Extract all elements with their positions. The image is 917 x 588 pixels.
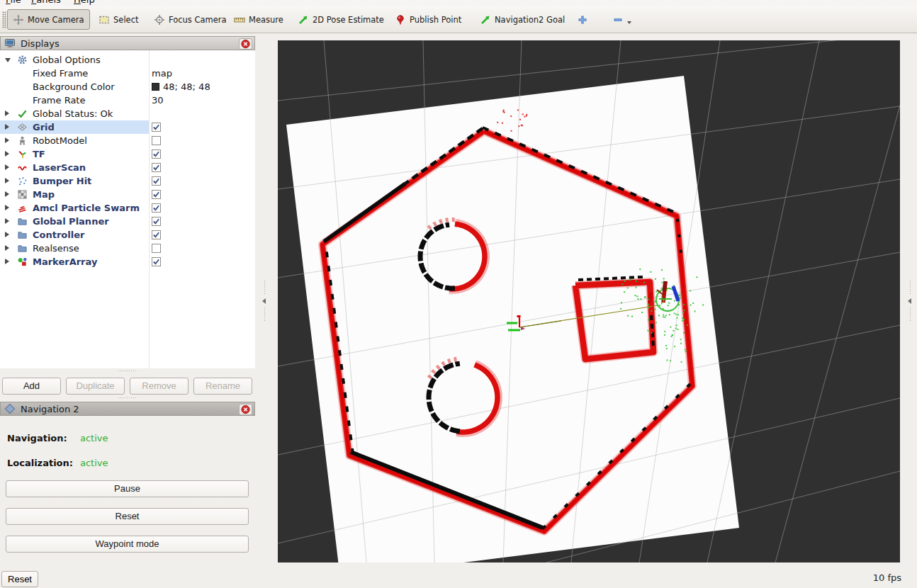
tree-row-tf[interactable]: TF	[0, 147, 255, 161]
localization-status: active	[80, 458, 108, 468]
expander-right-icon[interactable]	[5, 191, 9, 197]
tree-row-realsense[interactable]: Realsense	[0, 242, 255, 255]
particle-dot	[680, 343, 682, 344]
laser-fuzz-dot	[503, 110, 505, 111]
enable-checkbox[interactable]	[152, 149, 161, 159]
particle-dot	[674, 312, 675, 314]
displays-tree: Global OptionsFixed FramemapBackground C…	[0, 50, 255, 368]
tree-row-markerarray[interactable]: MarkerArray	[0, 255, 255, 268]
tool-select[interactable]: Select	[93, 9, 144, 30]
tree-row-robotmodel[interactable]: RobotModel	[0, 134, 255, 147]
reset-button[interactable]: Reset	[1, 571, 38, 587]
expander-right-icon[interactable]	[5, 245, 9, 251]
menu-file[interactable]: File	[6, 0, 21, 5]
tree-row-amcl-particle-swarm[interactable]: Amcl Particle Swarm	[0, 201, 255, 215]
particle-dot	[681, 361, 682, 363]
right-splitter-handle[interactable]	[908, 280, 913, 322]
tool-move-camera[interactable]: Move Camera	[7, 9, 90, 30]
waypoint-mode-button[interactable]: Waypoint mode	[6, 536, 249, 553]
enable-checkbox[interactable]	[152, 217, 161, 226]
particle-dot	[631, 316, 633, 317]
enable-checkbox[interactable]	[152, 163, 161, 172]
amcl-icon	[17, 203, 28, 213]
enable-checkbox[interactable]	[152, 190, 161, 199]
particle-dot	[661, 297, 663, 298]
tree-row-frame-rate[interactable]: Frame Rate30	[0, 94, 255, 107]
tool-focus-camera[interactable]: Focus Camera	[148, 9, 232, 30]
particle-dot	[663, 300, 664, 302]
displays-panel-title[interactable]: Displays	[0, 36, 255, 50]
remove-button[interactable]: Remove	[130, 378, 189, 395]
particle-dot	[673, 285, 675, 286]
expander-right-icon[interactable]	[5, 218, 9, 224]
tool-measure[interactable]: Measure	[228, 9, 289, 30]
tool-2d-pose-estimate[interactable]: 2D Pose Estimate	[292, 9, 390, 30]
displays-icon	[4, 38, 16, 49]
enable-checkbox[interactable]	[152, 203, 161, 213]
enable-checkbox[interactable]	[152, 136, 161, 145]
tool-navigation2-goal[interactable]: Navigation2 Goal	[474, 9, 570, 30]
map-icon	[17, 189, 28, 200]
nav2-close-button[interactable]	[239, 404, 252, 415]
tree-row-global-planner[interactable]: Global Planner	[0, 215, 255, 228]
pause-button[interactable]: Pause	[6, 480, 249, 497]
dropdown-caret[interactable]	[627, 21, 631, 24]
enable-checkbox[interactable]	[152, 176, 161, 186]
expander-right-icon[interactable]	[5, 164, 9, 170]
add-button[interactable]: Add	[2, 378, 61, 395]
particle-dot	[677, 329, 679, 330]
particle-dot	[627, 287, 629, 288]
minus-icon	[612, 14, 624, 26]
duplicate-button[interactable]: Duplicate	[66, 378, 125, 395]
expander-right-icon[interactable]	[5, 232, 9, 237]
expander-right-icon[interactable]	[5, 178, 9, 183]
splitter-dots[interactable]	[118, 397, 136, 400]
tree-row-global-status-ok[interactable]: Global Status: Ok	[0, 107, 255, 120]
tree-row-bumper-hit[interactable]: Bumper Hit	[0, 174, 255, 188]
enable-checkbox[interactable]	[152, 123, 161, 132]
tree-row-map[interactable]: Map	[0, 188, 255, 201]
tree-row-fixed-frame[interactable]: Fixed Framemap	[0, 67, 255, 80]
navigation-label: Navigation:	[7, 433, 67, 443]
tree-row-global-options[interactable]: Global Options	[0, 53, 255, 67]
menu-panels[interactable]: Panels	[31, 0, 61, 5]
displays-close-button[interactable]	[239, 38, 252, 50]
menu-bar: FilePanelsHelp	[0, 0, 917, 6]
pose-estimate-arrow-icon	[298, 14, 309, 26]
reset-button[interactable]: Reset	[6, 508, 249, 525]
rename-button[interactable]: Rename	[193, 378, 252, 395]
tree-row-laserscan[interactable]: LaserScan	[0, 161, 255, 174]
particle-dot	[682, 317, 683, 319]
expander-right-icon[interactable]	[5, 124, 9, 130]
particle-dot	[661, 269, 663, 271]
tree-row-grid[interactable]: Grid	[0, 120, 255, 134]
expander-right-icon[interactable]	[5, 151, 9, 157]
particle-dot	[673, 330, 674, 332]
3d-viewport[interactable]	[278, 40, 900, 562]
robot-marker-red	[665, 281, 666, 291]
expander-right-icon[interactable]	[5, 259, 9, 264]
tree-row-controller[interactable]: Controller	[0, 228, 255, 242]
menu-help[interactable]: Help	[74, 0, 95, 5]
expander-right-icon[interactable]	[5, 137, 9, 143]
left-splitter-handle[interactable]	[262, 280, 268, 322]
expander-right-icon[interactable]	[5, 205, 9, 210]
enable-checkbox[interactable]	[152, 257, 161, 266]
tree-row-background-color[interactable]: Background Color48; 48; 48	[0, 80, 255, 94]
particle-dot	[659, 305, 660, 306]
zoom-out-button[interactable]	[607, 9, 629, 30]
particle-dot	[696, 276, 697, 278]
enable-checkbox[interactable]	[152, 230, 161, 239]
laser-fuzz-dot	[518, 125, 519, 127]
tool-publish-point[interactable]: Publish Point	[389, 9, 467, 30]
expander-down-icon[interactable]	[5, 58, 11, 62]
zoom-in-button[interactable]	[571, 9, 594, 30]
splitter-dots[interactable]	[118, 370, 136, 373]
enable-checkbox[interactable]	[152, 244, 161, 253]
particle-dot	[650, 271, 651, 273]
toolbar-drag-handle[interactable]	[2, 11, 6, 28]
expander-right-icon[interactable]	[5, 111, 9, 116]
nav2-panel-title[interactable]: Navigation 2	[0, 402, 255, 416]
laser-fuzz-dot	[517, 109, 519, 111]
particle-dot	[679, 295, 680, 296]
